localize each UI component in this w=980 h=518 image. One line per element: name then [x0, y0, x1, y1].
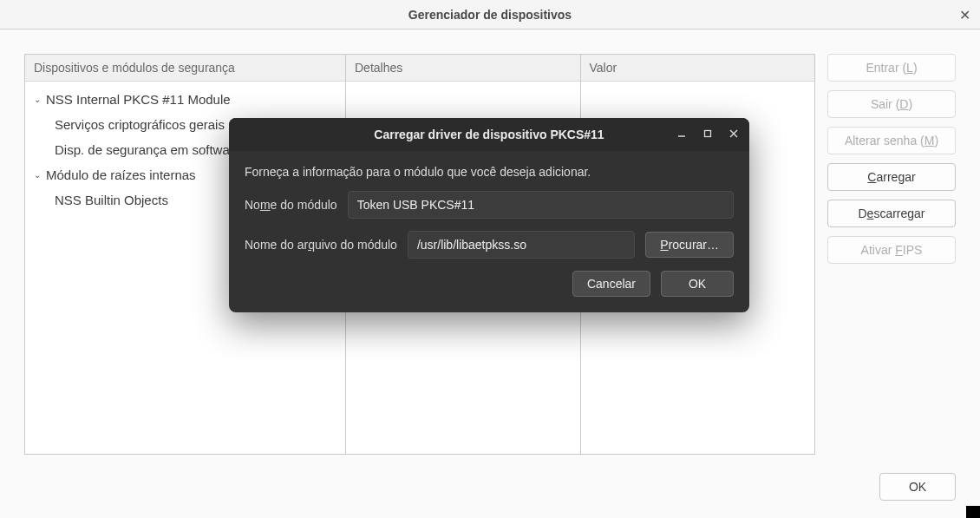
- module-file-label: Nome do arquivo do módulo: [245, 238, 397, 252]
- window-title: Gerenciador de dispositivos: [408, 8, 572, 22]
- tree-item-label: Serviços criptográficos gerais: [55, 117, 225, 132]
- dialog-instruction: Forneça a informação para o módulo que v…: [245, 165, 734, 179]
- svg-rect-1: [705, 131, 711, 137]
- dialog-title: Carregar driver de dispositivo PKCS#11: [374, 128, 604, 141]
- logout-button: Sair (D): [827, 90, 956, 118]
- devices-column-header[interactable]: Dispositivos e módulos de segurança: [25, 55, 345, 82]
- browse-button[interactable]: Procurar…: [645, 232, 734, 258]
- dialog-ok-button[interactable]: OK: [661, 271, 734, 297]
- minimize-icon[interactable]: [673, 125, 690, 142]
- dialog-footer: Cancelar OK: [245, 271, 734, 297]
- tree-item-label: NSS Builtin Objects: [55, 193, 168, 207]
- ok-button[interactable]: OK: [879, 473, 956, 501]
- dialog-body: Forneça a informação para o módulo que v…: [229, 151, 749, 312]
- unload-button[interactable]: Descarregar: [827, 200, 956, 227]
- change-password-button: Alterar senha (M): [827, 127, 956, 154]
- module-name-input[interactable]: [348, 191, 734, 219]
- footer: OK: [879, 473, 956, 501]
- window-titlebar: Gerenciador de dispositivos ✕: [0, 0, 980, 30]
- module-file-input[interactable]: [408, 231, 635, 259]
- enable-fips-button: Ativar FIPS: [827, 236, 956, 264]
- dialog-titlebar: Carregar driver de dispositivo PKCS#11: [229, 118, 749, 151]
- maximize-icon[interactable]: [699, 125, 716, 142]
- close-icon[interactable]: [725, 125, 742, 142]
- login-button: Entrar (L): [827, 54, 956, 82]
- load-driver-dialog: Carregar driver de dispositivo PKCS#11 F…: [229, 118, 749, 312]
- dialog-window-controls: [673, 125, 742, 142]
- load-button[interactable]: Carregar: [827, 163, 956, 191]
- chevron-down-icon[interactable]: ⌄: [34, 95, 42, 104]
- module-name-label: Nome do módulo: [245, 198, 337, 212]
- chevron-down-icon[interactable]: ⌄: [34, 170, 42, 180]
- tree-module-label: Módulo de raízes internas: [46, 167, 196, 182]
- cancel-button[interactable]: Cancelar: [572, 271, 650, 297]
- cursor-indicator: [966, 506, 980, 518]
- tree-item-label: Disp. de segurança em software: [55, 142, 241, 157]
- details-column-header[interactable]: Detalhes: [346, 55, 580, 82]
- tree-module-nss-internal[interactable]: ⌄ NSS Internal PKCS #11 Module: [25, 87, 345, 112]
- value-column-header[interactable]: Valor: [581, 55, 815, 82]
- tree-module-label: NSS Internal PKCS #11 Module: [46, 92, 231, 107]
- module-file-row: Nome do arquivo do módulo Procurar…: [245, 231, 734, 259]
- close-icon[interactable]: ✕: [957, 8, 971, 22]
- module-name-row: Nome do módulo: [245, 191, 734, 219]
- side-buttons: Entrar (L) Sair (D) Alterar senha (M) Ca…: [827, 54, 956, 455]
